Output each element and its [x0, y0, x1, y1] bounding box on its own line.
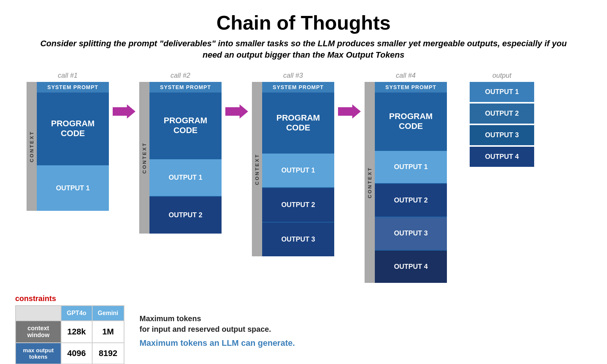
- final-output-2: OUTPUT 2: [470, 104, 534, 124]
- call-3-output-1: OUTPUT 1: [262, 153, 334, 187]
- call-3-group: call #3 CONTEXT SYSTEM PROMPT PROGRAMCOD…: [252, 72, 334, 256]
- call-1-output-1: OUTPUT 1: [37, 165, 109, 211]
- call-4-output-4: OUTPUT 4: [375, 250, 447, 283]
- constraints-row-context: contextwindow 128k 1M: [16, 321, 124, 343]
- constraints-col-gpt4o: GPT4o: [61, 306, 92, 321]
- arrow-1: [109, 102, 139, 121]
- final-output-3: OUTPUT 3: [470, 125, 534, 145]
- call-1-context-block: CONTEXT SYSTEM PROMPT PROGRAMCODE OUTPUT…: [27, 82, 109, 211]
- call-3-program-code: PROGRAMCODE: [262, 93, 334, 152]
- constraints-maxout-gemini: 8192: [92, 343, 124, 364]
- final-output-group: output OUTPUT 1 OUTPUT 2 OUTPUT 3 OUTPUT…: [470, 72, 534, 167]
- call-4-program-code: PROGRAMCODE: [375, 93, 447, 150]
- constraints-area: constraints GPT4o Gemini contextwindow 1…: [15, 294, 124, 364]
- call-2-context-side: CONTEXT: [139, 82, 149, 234]
- desc-area: Maximum tokens for input and reserved ou…: [140, 294, 295, 348]
- svg-marker-1: [225, 105, 248, 119]
- call-1-program-code: PROGRAMCODE: [37, 93, 109, 165]
- arrow-3: [334, 102, 365, 121]
- call-2-label: call #2: [170, 72, 190, 80]
- constraints-row-label-context: contextwindow: [16, 321, 61, 343]
- constraints-row-label-maxout: max outputtokens: [16, 343, 61, 364]
- page-title: Chain of Thoughts: [15, 11, 592, 34]
- call-2-group: call #2 CONTEXT SYSTEM PROMPT PROGRAMCOD…: [139, 72, 222, 234]
- constraints-table: GPT4o Gemini contextwindow 128k 1M max o…: [15, 305, 124, 364]
- call-2-system-prompt: SYSTEM PROMPT: [149, 82, 222, 93]
- call-2-context-block: CONTEXT SYSTEM PROMPT PROGRAMCODE OUTPUT…: [139, 82, 222, 234]
- call-4-label: call #4: [396, 72, 415, 80]
- call-3-context-block: CONTEXT SYSTEM PROMPT PROGRAMCODE OUTPUT…: [252, 82, 334, 256]
- call-1-label: call #1: [58, 72, 77, 80]
- call-3-label: call #3: [283, 72, 303, 80]
- arrow-2: [222, 102, 252, 121]
- constraints-label: constraints: [15, 294, 124, 305]
- call-1-system-prompt: SYSTEM PROMPT: [37, 82, 109, 93]
- call-1-group: call #1 CONTEXT SYSTEM PROMPT PROGRAMCOD…: [27, 72, 109, 211]
- call-4-group: call #4 CONTEXT SYSTEM PROMPT PROGRAMCOD…: [365, 72, 447, 283]
- constraints-header-row: GPT4o Gemini: [16, 306, 124, 321]
- call-3-context-side: CONTEXT: [252, 82, 262, 256]
- constraints-row-maxout: max outputtokens 4096 8192: [16, 343, 124, 364]
- call-2-output-1: OUTPUT 1: [149, 158, 222, 196]
- diagram-area: call #1 CONTEXT SYSTEM PROMPT PROGRAMCOD…: [15, 72, 592, 283]
- call-4-inner: SYSTEM PROMPT PROGRAMCODE OUTPUT 1 OUTPU…: [375, 82, 447, 283]
- call-3-inner: SYSTEM PROMPT PROGRAMCODE OUTPUT 1 OUTPU…: [262, 82, 334, 256]
- call-4-system-prompt: SYSTEM PROMPT: [375, 82, 447, 93]
- constraints-header-empty: [16, 306, 61, 321]
- final-output-4: OUTPUT 4: [470, 147, 534, 167]
- call-4-context-side: CONTEXT: [365, 82, 375, 283]
- desc-text-blue: Maximum tokens an LLM can generate.: [140, 338, 295, 348]
- call-2-program-code: PROGRAMCODE: [149, 93, 222, 158]
- call-1-inner: SYSTEM PROMPT PROGRAMCODE OUTPUT 1: [37, 82, 109, 211]
- call-2-output-2: OUTPUT 2: [149, 196, 222, 234]
- constraints-context-gpt4o: 128k: [61, 321, 92, 343]
- call-4-output-3: OUTPUT 3: [375, 217, 447, 250]
- call-2-inner: SYSTEM PROMPT PROGRAMCODE OUTPUT 1 OUTPU…: [149, 82, 222, 234]
- desc-text-black: Maximum tokens for input and reserved ou…: [140, 313, 295, 334]
- svg-marker-0: [113, 105, 135, 119]
- final-output-label: output: [492, 72, 511, 80]
- svg-marker-2: [338, 105, 361, 119]
- bottom-area: constraints GPT4o Gemini contextwindow 1…: [15, 294, 592, 364]
- final-output-blocks: OUTPUT 1 OUTPUT 2 OUTPUT 3 OUTPUT 4: [470, 82, 534, 167]
- call-3-output-2: OUTPUT 2: [262, 187, 334, 222]
- call-4-output-2: OUTPUT 2: [375, 183, 447, 217]
- constraints-maxout-gpt4o: 4096: [61, 343, 92, 364]
- call-3-system-prompt: SYSTEM PROMPT: [262, 82, 334, 93]
- constraints-col-gemini: Gemini: [92, 306, 124, 321]
- call-1-context-side: CONTEXT: [27, 82, 37, 211]
- call-3-output-3: OUTPUT 3: [262, 222, 334, 256]
- call-4-output-1: OUTPUT 1: [375, 150, 447, 184]
- final-output-1: OUTPUT 1: [470, 82, 534, 102]
- subtitle: Consider splitting the prompt "deliverab…: [38, 38, 569, 60]
- call-4-context-block: CONTEXT SYSTEM PROMPT PROGRAMCODE OUTPUT…: [365, 82, 447, 283]
- constraints-context-gemini: 1M: [92, 321, 124, 343]
